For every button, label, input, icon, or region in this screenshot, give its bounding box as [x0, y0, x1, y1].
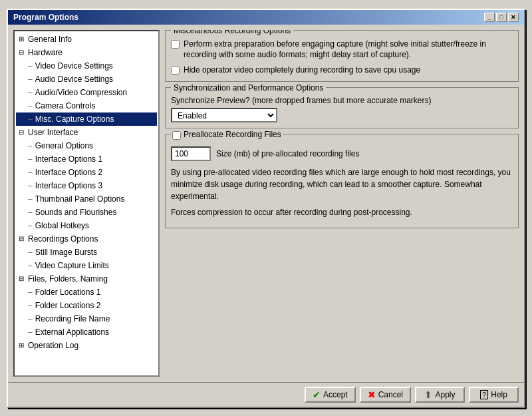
bottom-bar: ✔ Accept ✖ Cancel ⬆ Apply ? Help: [8, 382, 524, 407]
tree-item-video-device[interactable]: –Video Device Settings: [16, 59, 157, 73]
expand-icon: ⊞: [19, 339, 27, 351]
tree-item-folder-locations-1[interactable]: –Folder Locations 1: [16, 286, 157, 299]
tree-label: Camera Controls: [35, 100, 96, 112]
tree-label: Folder Locations 1: [35, 286, 101, 298]
dash-icon: –: [28, 166, 33, 178]
dash-icon: –: [28, 87, 33, 99]
size-row: Size (mb) of pre-allocated recording fil…: [171, 146, 513, 161]
tree-item-still-image-bursts[interactable]: –Still Image Bursts: [16, 246, 157, 259]
sync-performance-group: Synchronization and Performance Options …: [165, 87, 519, 128]
tree-item-recordings-options[interactable]: ⊟Recordings Options: [16, 232, 157, 246]
tree-item-av-compression[interactable]: –Audio/Video Compression: [16, 86, 157, 99]
tree-label: Misc. Capture Options: [35, 113, 114, 125]
tree-item-general-options[interactable]: –General Options: [16, 139, 157, 152]
accept-button[interactable]: ✔ Accept: [305, 387, 356, 403]
tree-item-general-info[interactable]: ⊞General Info: [16, 33, 157, 46]
expand-icon: ⊟: [19, 273, 27, 285]
tree-item-sounds-flourishes[interactable]: –Sounds and Flourishes: [16, 206, 157, 219]
dash-icon: –: [28, 220, 33, 232]
program-options-window: Program Options _ □ ✕ ⊞General Info⊟Hard…: [7, 9, 525, 408]
tree-label: General Info: [28, 33, 72, 45]
dash-icon: –: [28, 300, 33, 312]
preallocate-info1: By using pre-allocated video recording f…: [171, 166, 513, 202]
tree-panel: ⊞General Info⊟Hardware–Video Device Sett…: [13, 30, 160, 377]
tree-label: Folder Locations 2: [35, 300, 101, 312]
extra-prep-label: Perform extra preparation before engagin…: [184, 39, 513, 61]
preallocate-title-label: Preallocate Recording Files: [184, 130, 281, 139]
dash-icon: –: [28, 246, 33, 258]
sync-dropdown[interactable]: Enabled Disabled: [171, 108, 277, 122]
tree-label: Recording File Name: [35, 313, 110, 325]
tree-item-recording-file-name[interactable]: –Recording File Name: [16, 312, 157, 325]
misc-recording-content: Perform extra preparation before engagin…: [171, 36, 513, 76]
title-bar-buttons: _ □ ✕: [484, 13, 519, 22]
tree-item-hardware[interactable]: ⊟Hardware: [16, 46, 157, 59]
tree-label: Video Device Settings: [35, 60, 113, 72]
tree-item-files-folders[interactable]: ⊟Files, Folders, Naming: [16, 272, 157, 286]
extra-prep-row: Perform extra preparation before engagin…: [171, 39, 513, 61]
tree-item-global-hotkeys[interactable]: –Global Hotkeys: [16, 219, 157, 232]
size-label: Size (mb) of pre-allocated recording fil…: [216, 149, 359, 158]
expand-icon: ⊟: [19, 233, 27, 245]
maximize-button[interactable]: □: [496, 13, 507, 22]
dash-icon: –: [28, 113, 33, 125]
tree-item-operation-log[interactable]: ⊞Operation Log: [16, 339, 157, 352]
cancel-label: Cancel: [378, 390, 403, 399]
preallocate-info2: Forces compression to occur after record…: [171, 206, 513, 218]
dash-icon: –: [28, 326, 33, 338]
dash-icon: –: [28, 180, 33, 192]
preallocate-title-row: Preallocate Recording Files: [171, 130, 283, 140]
main-panel: Miscelaneous Recording Options Perform e…: [165, 30, 519, 377]
tree-item-user-interface[interactable]: ⊟User Interface: [16, 126, 157, 139]
tree-item-video-capture-limits[interactable]: –Video Capture Limits: [16, 259, 157, 272]
preallocate-checkbox[interactable]: [172, 131, 181, 140]
help-label: Help: [491, 390, 507, 399]
tree-label: Audio Device Settings: [35, 73, 113, 85]
hide-operator-row: Hide operator video completely during re…: [171, 65, 513, 76]
tree-label: Thumbnail Panel Options: [35, 193, 125, 205]
tree-item-interface-options-3[interactable]: –Interface Options 3: [16, 179, 157, 192]
tree-label: Still Image Bursts: [35, 246, 97, 258]
help-icon: ?: [480, 390, 488, 399]
dash-icon: –: [28, 100, 33, 112]
tree-item-folder-locations-2[interactable]: –Folder Locations 2: [16, 299, 157, 312]
size-input[interactable]: [171, 146, 211, 161]
tree-item-interface-options-1[interactable]: –Interface Options 1: [16, 152, 157, 166]
hide-operator-checkbox[interactable]: [171, 66, 180, 75]
tree-label: Video Capture Limits: [35, 260, 109, 272]
extra-prep-checkbox[interactable]: [171, 40, 180, 49]
dash-icon: –: [28, 140, 33, 152]
hide-operator-label: Hide operator video completely during re…: [184, 65, 420, 76]
tree-item-thumbnail-panel[interactable]: –Thumbnail Panel Options: [16, 192, 157, 206]
apply-icon: ⬆: [424, 389, 432, 400]
dash-icon: –: [28, 60, 33, 72]
sync-dropdown-container: Enabled Disabled: [171, 108, 513, 122]
tree-label: External Applications: [35, 326, 109, 338]
tree-label: Hardware: [28, 47, 63, 59]
tree-item-camera-controls[interactable]: –Camera Controls: [16, 99, 157, 112]
close-button[interactable]: ✕: [508, 13, 519, 22]
sync-performance-title: Synchronization and Performance Options: [171, 83, 326, 93]
preallocate-group: Preallocate Recording Files Size (mb) of…: [165, 134, 519, 228]
expand-icon: ⊞: [19, 33, 27, 45]
misc-recording-title: Miscelaneous Recording Options: [171, 30, 293, 35]
cancel-button[interactable]: ✖ Cancel: [360, 387, 411, 403]
tree-item-external-applications[interactable]: –External Applications: [16, 325, 157, 339]
sync-label: Synchronize Preview? (more dropped frame…: [171, 96, 513, 105]
tree-item-interface-options-2[interactable]: –Interface Options 2: [16, 166, 157, 179]
cancel-icon: ✖: [368, 389, 376, 400]
tree-label: Interface Options 3: [35, 180, 102, 192]
tree-label: Files, Folders, Naming: [28, 273, 108, 285]
tree-label: Interface Options 1: [35, 153, 102, 165]
expand-icon: ⊟: [19, 47, 27, 59]
apply-button[interactable]: ⬆ Apply: [415, 387, 465, 403]
tree-label: Sounds and Flourishes: [35, 206, 117, 218]
tree-item-misc-capture[interactable]: –Misc. Capture Options: [16, 112, 157, 126]
tree-item-audio-device[interactable]: –Audio Device Settings: [16, 73, 157, 86]
accept-icon: ✔: [313, 389, 321, 400]
help-button[interactable]: ? Help: [469, 387, 519, 403]
tree-label: Global Hotkeys: [35, 220, 89, 232]
preallocate-content: Size (mb) of pre-allocated recording fil…: [171, 140, 513, 218]
minimize-button[interactable]: _: [484, 13, 495, 22]
dash-icon: –: [28, 313, 33, 325]
